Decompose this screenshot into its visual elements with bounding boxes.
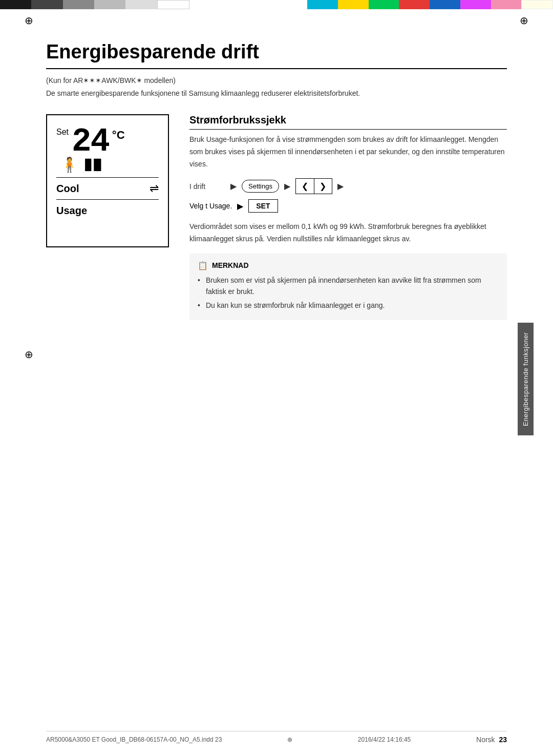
footer-page-number: 23 xyxy=(499,736,507,744)
nav-buttons: ❮ ❯ xyxy=(295,178,332,194)
footer: AR5000&A3050 ET Good_IB_DB68-06157A-00_N… xyxy=(46,731,507,744)
note-box: 📋 MERKNAD Bruken som er vist på skjermen… xyxy=(189,254,507,320)
celsius-symbol: °C xyxy=(112,129,125,142)
range-text: Verdiområdet som vises er mellom 0,1 kWh… xyxy=(189,221,507,245)
right-panel: Strømforbrukssjekk Bruk Usage-funksjonen… xyxy=(189,114,507,320)
swatch-r5 xyxy=(430,0,460,9)
side-tab: Energibesparende funksjoner xyxy=(518,323,534,435)
display-divider-2 xyxy=(56,199,159,200)
swatch-4 xyxy=(94,0,125,9)
usage-label: Usage xyxy=(56,205,159,217)
reg-mark-mid-left: ⊕ xyxy=(25,348,33,361)
velg-text: Velg t Usage. xyxy=(189,202,232,210)
swatch-r3 xyxy=(369,0,399,9)
temperature-display: 24 xyxy=(72,125,109,158)
swatch-1 xyxy=(0,0,31,9)
set-label: Set xyxy=(56,128,69,137)
color-bars-right xyxy=(307,0,553,10)
subtitle-desc: De smarte energibesparende funksjonene t… xyxy=(46,88,507,99)
footer-page-label: Norsk xyxy=(476,736,495,744)
display-cool-row: Cool ⇌ xyxy=(56,182,159,195)
person-icon: 🧍 xyxy=(60,156,78,173)
color-bars-top xyxy=(0,0,553,10)
swatch-2 xyxy=(31,0,62,9)
page-title: Energibesparende drift xyxy=(46,41,507,69)
swatch-5 xyxy=(125,0,157,9)
color-bars-left xyxy=(0,0,189,10)
arrow-icon-1: ▶ xyxy=(230,181,237,191)
display-set-row: Set 24 °C xyxy=(56,125,159,158)
note-title-row: 📋 MERKNAD xyxy=(198,261,499,270)
section-intro-text: Bruk Usage-funksjonen for å vise strømme… xyxy=(189,134,507,170)
instruction-label: I drift xyxy=(189,182,225,191)
swatch-r2 xyxy=(338,0,369,9)
display-panel: Set 24 °C 🧍 ▐▌█ Cool ⇌ Usage xyxy=(46,114,169,320)
page-content: Energibesparende drift (Kun for AR✶✶✶AWK… xyxy=(46,41,507,725)
swatch-6 xyxy=(157,0,189,9)
nav-left-button[interactable]: ❮ xyxy=(295,178,314,194)
velg-arrow-icon: ▶ xyxy=(237,201,243,211)
footer-page: Norsk 23 xyxy=(476,736,507,744)
settings-button[interactable]: Settings xyxy=(242,180,279,193)
display-box: Set 24 °C 🧍 ▐▌█ Cool ⇌ Usage xyxy=(46,114,169,247)
footer-right-text: 2016/4/22 14:16:45 xyxy=(358,736,411,743)
swatch-r1 xyxy=(307,0,338,9)
bar-graph-icon: ▐▌█ xyxy=(81,159,100,171)
note-title-text: MERKNAD xyxy=(212,261,249,269)
swatch-3 xyxy=(63,0,94,9)
note-item-2: Du kan kun se strømforbruk når klimaanle… xyxy=(198,300,499,311)
swatch-r6 xyxy=(460,0,491,9)
section-title: Strømforbrukssjekk xyxy=(189,114,507,130)
note-list: Bruken som er vist på skjermen på innend… xyxy=(198,275,499,311)
swatch-r4 xyxy=(399,0,430,9)
arrow-icon-2: ▶ xyxy=(284,181,290,191)
subtitle-model: (Kun for AR✶✶✶AWK/BWK✶ modellen) xyxy=(46,75,507,86)
swatch-r7 xyxy=(491,0,522,9)
swatch-r8 xyxy=(521,0,553,9)
arrow-icon-3: ▶ xyxy=(337,181,344,191)
fan-icon: ⇌ xyxy=(150,182,159,195)
footer-center-icon: ⊕ xyxy=(287,736,292,743)
note-document-icon: 📋 xyxy=(198,261,208,270)
display-icons-row: 🧍 ▐▌█ xyxy=(60,156,159,173)
reg-mark-top-left: ⊕ xyxy=(25,14,33,27)
cool-label: Cool xyxy=(56,183,79,195)
main-body: Set 24 °C 🧍 ▐▌█ Cool ⇌ Usage xyxy=(46,114,507,320)
reg-mark-top-right: ⊕ xyxy=(520,14,528,27)
velg-row: Velg t Usage. ▶ SET xyxy=(189,199,507,213)
set-button[interactable]: SET xyxy=(248,199,278,213)
instruction-row-1: I drift ▶ Settings ▶ ❮ ❯ ▶ xyxy=(189,178,507,194)
display-divider-1 xyxy=(56,177,159,178)
footer-left-text: AR5000&A3050 ET Good_IB_DB68-06157A-00_N… xyxy=(46,736,222,743)
nav-right-button[interactable]: ❯ xyxy=(314,178,332,194)
note-item-1: Bruken som er vist på skjermen på innend… xyxy=(198,275,499,298)
